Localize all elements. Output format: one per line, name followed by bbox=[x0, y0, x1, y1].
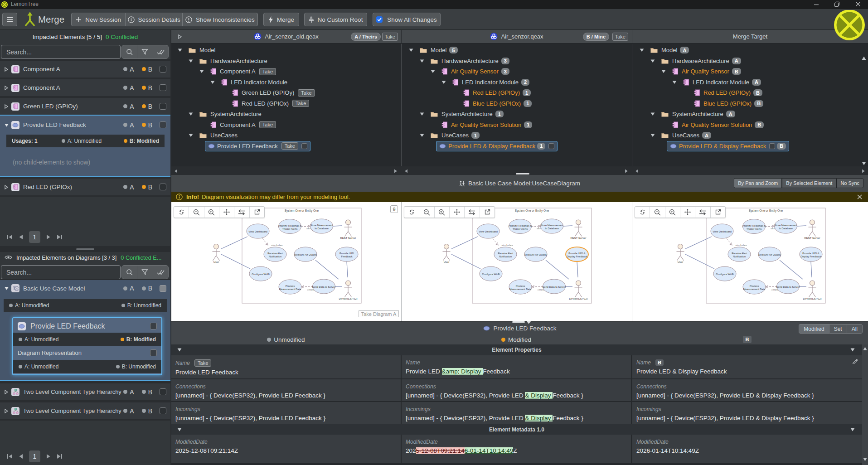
svg-text:In Database: In Database bbox=[779, 227, 793, 230]
svg-text:«include»: «include» bbox=[502, 244, 513, 247]
svg-text:Process: Process bbox=[750, 285, 759, 287]
svg-text:Measure Air Quality: Measure Air Quality bbox=[294, 253, 317, 256]
svg-text:Trigger Alerts: Trigger Alerts bbox=[513, 228, 528, 230]
svg-text:System One or Entity One: System One or Entity One bbox=[285, 209, 319, 213]
svg-text:Provide LED &: Provide LED & bbox=[802, 252, 820, 255]
svg-text:User: User bbox=[678, 261, 684, 263]
svg-text:Configure Wi-Fi: Configure Wi-Fi bbox=[716, 273, 734, 276]
svg-text:Process: Process bbox=[516, 285, 525, 287]
svg-text:Send Data to Server: Send Data to Server bbox=[543, 286, 566, 288]
svg-text:Receive Alert: Receive Alert bbox=[732, 252, 747, 255]
svg-text:Measure Air Quality: Measure Air Quality bbox=[524, 253, 547, 256]
svg-text:Store Measurement: Store Measurement bbox=[541, 224, 563, 227]
svg-text:Provide LED &: Provide LED & bbox=[568, 252, 586, 255]
svg-text:Device(ESP32): Device(ESP32) bbox=[339, 297, 357, 300]
svg-text:Send Data to Server: Send Data to Server bbox=[312, 286, 336, 288]
svg-text:Send Data to Server: Send Data to Server bbox=[776, 286, 800, 288]
svg-text:Device(ESP32): Device(ESP32) bbox=[569, 297, 587, 300]
svg-text:User: User bbox=[213, 261, 219, 263]
svg-text:Notification: Notification bbox=[499, 255, 512, 258]
svg-text:In Database: In Database bbox=[545, 227, 559, 230]
svg-text:View Dashboard: View Dashboard bbox=[479, 230, 498, 233]
svg-text:Measurement Data: Measurement Data bbox=[509, 288, 532, 291]
svg-text:Process: Process bbox=[286, 285, 295, 287]
svg-text:Receive Alert: Receive Alert bbox=[267, 252, 283, 255]
svg-text:Configure Wi-Fi: Configure Wi-Fi bbox=[252, 273, 270, 276]
svg-text:Analyze Readings &: Analyze Readings & bbox=[278, 224, 301, 227]
svg-text:Measurement Data: Measurement Data bbox=[743, 288, 766, 291]
svg-text:User: User bbox=[444, 261, 450, 263]
svg-text:System One or Entity One: System One or Entity One bbox=[515, 209, 549, 213]
svg-text:Notification: Notification bbox=[733, 255, 746, 258]
svg-text:Trigger Alerts: Trigger Alerts bbox=[282, 228, 298, 230]
svg-text:Device(ESP32): Device(ESP32) bbox=[803, 297, 821, 300]
svg-text:«include»: «include» bbox=[272, 244, 283, 247]
svg-text:Measurement Data: Measurement Data bbox=[279, 288, 301, 291]
svg-text:View Dashboard: View Dashboard bbox=[248, 230, 267, 233]
svg-text:Display Feedback: Display Feedback bbox=[567, 255, 587, 258]
svg-text:Display Feedback: Display Feedback bbox=[800, 255, 821, 258]
svg-text:Measure Air Quality: Measure Air Quality bbox=[758, 253, 781, 256]
svg-text:Notification: Notification bbox=[269, 255, 281, 258]
svg-text:Analyze Readings &: Analyze Readings & bbox=[742, 224, 766, 227]
svg-text:Store Measurement: Store Measurement bbox=[775, 224, 797, 227]
svg-text:Trigger Alerts: Trigger Alerts bbox=[747, 228, 762, 230]
svg-text:Feedback: Feedback bbox=[341, 255, 353, 258]
svg-text:Store Measurement: Store Measurement bbox=[310, 224, 333, 227]
svg-text:Analyze Readings &: Analyze Readings & bbox=[509, 224, 532, 227]
svg-text:REST Server: REST Server bbox=[570, 237, 586, 239]
svg-text:«include»: «include» bbox=[736, 244, 747, 247]
svg-text:Receive Alert: Receive Alert bbox=[498, 252, 513, 255]
svg-text:Provide LED: Provide LED bbox=[339, 252, 354, 255]
svg-text:Configure Wi-Fi: Configure Wi-Fi bbox=[482, 273, 500, 276]
svg-text:System One or Entity One: System One or Entity One bbox=[749, 209, 783, 213]
svg-text:REST Server: REST Server bbox=[340, 237, 356, 239]
svg-text:In Database: In Database bbox=[315, 227, 329, 230]
svg-text:View Dashboard: View Dashboard bbox=[713, 230, 732, 233]
svg-text:REST Server: REST Server bbox=[804, 237, 820, 239]
